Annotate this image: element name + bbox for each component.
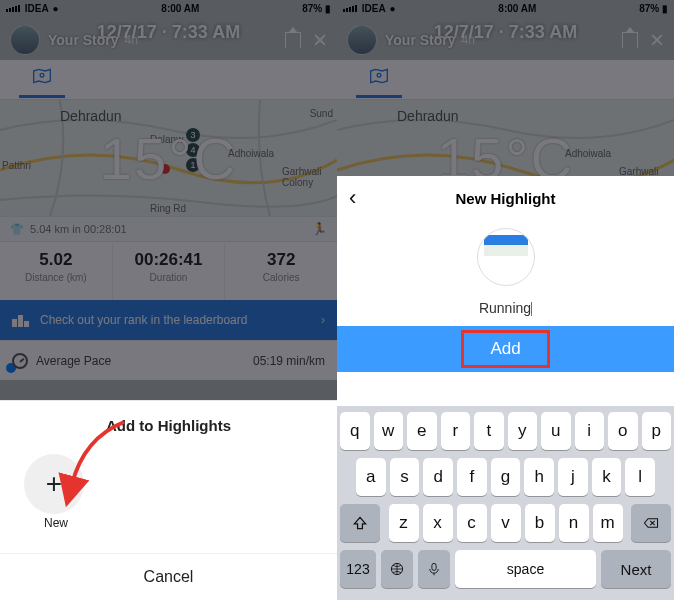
svg-rect-7	[432, 563, 436, 570]
new-highlight-sheet: ‹ New Highlight Running Add qwertyuiop a…	[337, 176, 674, 600]
sheet-title: New Highlight	[456, 190, 556, 207]
key-e[interactable]: e	[407, 412, 437, 450]
key-d[interactable]: d	[423, 458, 453, 496]
space-key[interactable]: space	[455, 550, 596, 588]
key-s[interactable]: s	[390, 458, 420, 496]
key-y[interactable]: y	[508, 412, 538, 450]
key-o[interactable]: o	[608, 412, 638, 450]
new-highlight-button[interactable]: +	[24, 454, 84, 514]
globe-key[interactable]	[381, 550, 413, 588]
key-u[interactable]: u	[541, 412, 571, 450]
key-g[interactable]: g	[491, 458, 521, 496]
key-k[interactable]: k	[592, 458, 622, 496]
right-screenshot: IDEA ● 8:00 AM 87% ▮ 12/7/17 · 7:33 AM Y…	[337, 0, 674, 600]
new-highlight-label: New	[44, 516, 337, 530]
highlight-cover[interactable]	[477, 228, 535, 286]
key-m[interactable]: m	[593, 504, 623, 542]
key-l[interactable]: l	[625, 458, 655, 496]
key-t[interactable]: t	[474, 412, 504, 450]
key-h[interactable]: h	[524, 458, 554, 496]
numbers-key[interactable]: 123	[340, 550, 376, 588]
key-z[interactable]: z	[389, 504, 419, 542]
back-icon[interactable]: ‹	[349, 185, 356, 211]
key-j[interactable]: j	[558, 458, 588, 496]
left-screenshot: IDEA ● 8:00 AM 87% ▮ 12/7/17 · 7:33 AM Y…	[0, 0, 337, 600]
cancel-button[interactable]: Cancel	[0, 553, 337, 600]
mic-key[interactable]	[418, 550, 450, 588]
key-x[interactable]: x	[423, 504, 453, 542]
backspace-key[interactable]	[631, 504, 671, 542]
key-p[interactable]: p	[642, 412, 672, 450]
key-f[interactable]: f	[457, 458, 487, 496]
key-q[interactable]: q	[340, 412, 370, 450]
highlight-name-input[interactable]: Running	[337, 294, 674, 326]
highlights-sheet: Add to Highlights + New Cancel	[0, 400, 337, 600]
key-w[interactable]: w	[374, 412, 404, 450]
next-key[interactable]: Next	[601, 550, 671, 588]
key-a[interactable]: a	[356, 458, 386, 496]
sheet-title: Add to Highlights	[0, 401, 337, 442]
key-r[interactable]: r	[441, 412, 471, 450]
key-c[interactable]: c	[457, 504, 487, 542]
key-b[interactable]: b	[525, 504, 555, 542]
add-button[interactable]: Add	[337, 326, 674, 372]
shift-key[interactable]	[340, 504, 380, 542]
dim-overlay	[337, 0, 674, 176]
key-v[interactable]: v	[491, 504, 521, 542]
sheet-header: ‹ New Highlight	[337, 176, 674, 220]
key-i[interactable]: i	[575, 412, 605, 450]
annotation-highlight-box: Add	[461, 330, 549, 368]
keyboard: qwertyuiop asdfghjkl zxcvbnm 123 space N…	[337, 406, 674, 600]
key-n[interactable]: n	[559, 504, 589, 542]
